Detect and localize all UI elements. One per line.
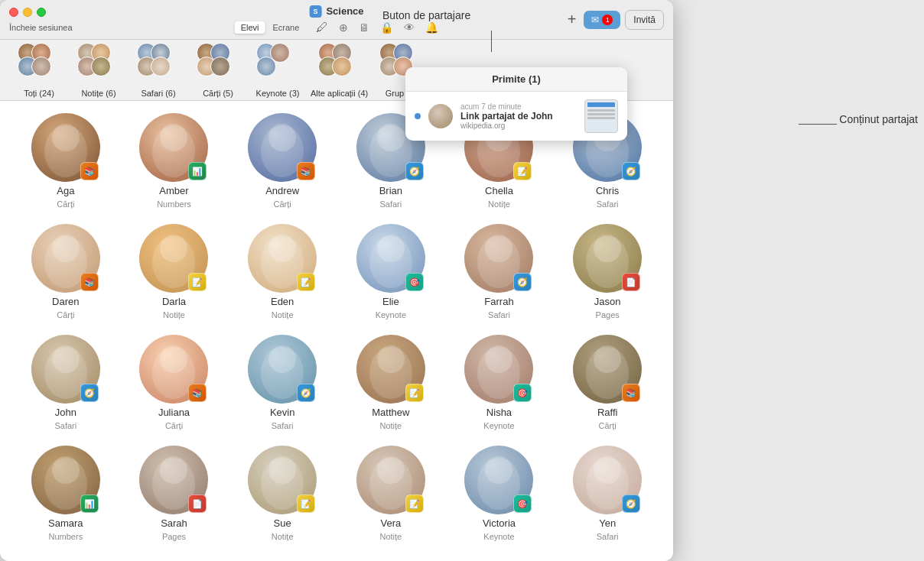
student-name-matthew: Matthew [372,407,409,418]
popup-thumb-line3 [587,117,615,119]
student-avatar-elie: 🎯 [356,224,425,293]
student-app-jason: Pages [596,310,620,319]
student-daren[interactable]: 📚DarenCărți [15,224,116,319]
maximize-button[interactable] [37,8,46,17]
student-amber[interactable]: 📊AmberNumbers [124,113,225,209]
elevi-tab[interactable]: Elevi [235,21,265,34]
students-content: 📚AgaCărți 📊AmberNumbers 📚AndrewCărți 🧭Br… [0,101,673,561]
svg-point-39 [160,456,187,484]
received-popup: Primite (1) acum 7 de minute Link partaj… [405,67,627,141]
student-avatar-kevin: 🧭 [248,335,317,404]
student-app-kevin: Safari [272,421,294,430]
student-name-samara: Samara [48,517,83,529]
svg-point-13 [52,235,80,262]
svg-point-43 [377,456,405,484]
student-juliana[interactable]: 📚JulianaCărți [124,335,225,430]
filter-carti-label: Cărți (5) [203,89,233,98]
main-window: Încheie sesiunea S Science Elevi Ecrane … [0,0,673,561]
app-icon: S [309,5,321,18]
close-button[interactable] [9,8,18,17]
student-farrah[interactable]: 🧭FarrahSafari [449,224,550,319]
student-jason[interactable]: 📄JasonPages [557,224,658,319]
svg-point-29 [268,345,296,373]
app-badge-sarah: 📄 [188,495,207,513]
svg-point-31 [377,345,405,373]
plus-button[interactable]: + [564,11,580,28]
app-badge-darla: 📝 [188,273,207,291]
student-avatar-sarah: 📄 [139,446,208,514]
student-sarah[interactable]: 📄SarahPages [124,446,225,541]
student-john[interactable]: 🧭JohnSafari [15,335,116,430]
app-badge-aga: 📚 [80,162,99,180]
student-nisha[interactable]: 🎯NishaKeynote [449,335,550,430]
popup-sender-avatar [428,104,453,128]
popup-thumb-line2 [587,113,615,115]
toolbar-icon2: ⊕ [339,21,348,34]
student-avatar-daren: 📚 [31,224,100,293]
minimize-button[interactable] [23,8,32,17]
student-vera[interactable]: 📝VeraNotițe [340,446,441,541]
student-name-jason: Jason [594,296,621,307]
student-app-sarah: Pages [162,532,186,541]
student-avatar-juliana: 📚 [139,335,208,404]
share-button[interactable]: ✉ 1 [584,11,620,29]
student-eden[interactable]: 📝EdenNotițe [232,224,333,319]
student-matthew[interactable]: 📝MatthewNotițe [340,335,441,430]
filter-keynote[interactable]: Keynote (3) [251,43,304,98]
popup-item[interactable]: acum 7 de minute Link partajat de John w… [405,92,627,141]
svg-point-5 [268,124,296,151]
ecrane-tab[interactable]: Ecrane [266,21,305,34]
toolbar-icon1: 🖊 [316,21,328,34]
svg-point-27 [160,345,187,373]
filter-safari[interactable]: Safari (6) [132,43,185,98]
student-kevin[interactable]: 🧭KevinSafari [232,335,333,430]
app-badge-eden: 📝 [297,273,315,291]
close-session-label[interactable]: Încheie sesiunea [9,23,73,32]
student-app-sue: Notițe [272,532,294,541]
app-badge-amber: 📊 [188,162,207,180]
popup-header: Primite (1) [405,67,627,92]
student-raffi[interactable]: 📚RaffiCărți [557,335,658,430]
student-name-victoria: Victoria [483,517,516,529]
filter-toti[interactable]: Toți (24) [12,43,66,98]
student-avatar-yen: 🧭 [573,446,642,514]
filter-av4 [31,57,51,76]
student-avatar-darla: 📝 [139,224,208,293]
app-badge-vera: 📝 [405,495,424,513]
student-elie[interactable]: 🎯ElieKeynote [340,224,441,319]
student-app-farrah: Safari [488,310,510,319]
student-avatar-raffi: 📚 [573,335,642,404]
student-name-amber: Amber [159,185,188,196]
student-darla[interactable]: 📝DarlaNotițe [124,224,225,319]
invite-button[interactable]: Invită [625,10,664,30]
filter-safari-label: Safari (6) [141,89,175,98]
student-app-amber: Numbers [157,199,191,209]
filter-carti[interactable]: Cărți (5) [191,43,245,98]
student-victoria[interactable]: 🎯VictoriaKeynote [449,446,550,541]
student-yen[interactable]: 🧭YenSafari [557,446,658,541]
app-badge-samara: 📊 [80,495,99,513]
student-app-brian: Safari [379,199,402,209]
student-samara[interactable]: 📊SamaraNumbers [15,446,116,541]
student-aga[interactable]: 📚AgaCărți [15,113,116,209]
app-badge-brian: 🧭 [405,162,424,180]
student-app-john: Safari [54,421,76,430]
student-name-chella: Chella [485,185,513,196]
filter-avatar-stack-toti [18,43,60,86]
svg-point-23 [594,235,621,262]
student-andrew[interactable]: 📚AndrewCărți [232,113,333,209]
app-badge-sue: 📝 [297,495,315,513]
student-name-eden: Eden [271,296,294,307]
student-sue[interactable]: 📝SueNotițe [232,446,333,541]
svg-point-25 [52,345,80,373]
app-badge-yen: 🧭 [622,495,640,513]
student-avatar-jason: 📄 [573,224,642,293]
student-app-darla: Notițe [163,310,185,319]
window-title: Science [326,5,363,17]
filter-notite[interactable]: Notițe (6) [72,43,125,98]
annotation-arrow1 [491,31,492,52]
svg-point-37 [52,456,80,484]
filter-alte[interactable]: Alte aplicații (4) [311,43,368,98]
toolbar-icon3: 🖥 [359,21,369,34]
student-app-vera: Notițe [379,532,402,541]
